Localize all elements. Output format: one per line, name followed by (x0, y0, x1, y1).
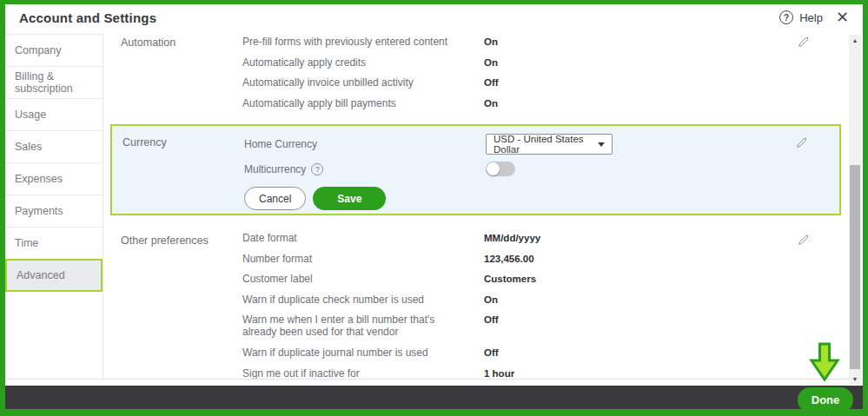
currency-section: Currency Home Currency USD - United Stat… (110, 124, 841, 215)
setting-row: Warn me when I enter a bill number that'… (103, 309, 848, 342)
setting-label: Warn if duplicate journal number is used (242, 347, 484, 359)
header-actions: ? Help ✕ (779, 10, 849, 25)
settings-sidebar: Company Billing & subscription Usage Sal… (5, 34, 103, 379)
setting-value: Off (484, 347, 499, 359)
setting-label: Warn if duplicate check number is used (242, 294, 484, 306)
sidebar-item-payments[interactable]: Payments (5, 195, 103, 228)
setting-row: Date format MM/dd/yyyy (103, 228, 848, 248)
page-title: Account and Settings (19, 10, 156, 25)
setting-label: Automatically invoice unbilled activity (242, 76, 484, 89)
cancel-button[interactable]: Cancel (244, 187, 306, 210)
multicurrency-label-group: Multicurrency ? (244, 163, 486, 175)
setting-value: Customers (484, 273, 536, 285)
settings-content: Automation Pre-fill forms with previousl… (103, 34, 848, 379)
edit-other-preferences-icon[interactable] (797, 234, 810, 250)
setting-value: MM/dd/yyyy (484, 232, 540, 244)
scrollbar-thumb[interactable] (850, 165, 860, 369)
sidebar-item-sales[interactable]: Sales (5, 131, 103, 163)
setting-row: Pre-fill forms with previously entered c… (103, 34, 848, 55)
multicurrency-help-icon[interactable]: ? (311, 163, 323, 175)
setting-value: On (484, 97, 498, 109)
sidebar-item-expenses[interactable]: Expenses (5, 163, 103, 195)
close-icon[interactable]: ✕ (836, 10, 849, 25)
edit-automation-icon[interactable] (797, 36, 810, 52)
setting-row: Number format 123,456.00 (103, 248, 848, 269)
setting-row: Warn if duplicate check number is used O… (103, 289, 848, 310)
highlight-arrow-icon (809, 342, 840, 386)
setting-label: Pre-fill forms with previously entered c… (242, 36, 484, 48)
footer-bar (5, 386, 863, 409)
setting-label: Date format (242, 232, 484, 244)
dialog-footer (5, 379, 863, 409)
done-button[interactable]: Done (798, 387, 853, 413)
setting-value: On (484, 294, 498, 306)
sidebar-item-time[interactable]: Time (5, 228, 103, 260)
sidebar-item-advanced[interactable]: Advanced (5, 259, 103, 292)
setting-value: Off (484, 76, 499, 89)
setting-value: 1 hour (484, 367, 514, 380)
toggle-knob (487, 162, 500, 175)
sidebar-item-billing[interactable]: Billing & subscription (5, 67, 103, 99)
setting-label: Warn me when I enter a bill number that'… (242, 314, 467, 338)
setting-row: Automatically invoice unbilled activity … (103, 75, 848, 96)
setting-label: Automatically apply credits (242, 56, 484, 69)
setting-label: Automatically apply bill payments (242, 97, 484, 109)
multicurrency-toggle[interactable] (486, 162, 515, 176)
dialog-header: Account and Settings ? Help ✕ (5, 4, 863, 34)
edit-currency-icon[interactable] (795, 136, 808, 153)
other-preferences-section-title: Other preferences (121, 234, 209, 247)
setting-value: Off (484, 314, 499, 326)
account-settings-dialog: Account and Settings ? Help ✕ Company Bi… (0, 0, 868, 416)
automation-section-title: Automation (121, 36, 176, 49)
home-currency-row: Home Currency USD - United States Dollar (112, 134, 839, 155)
sidebar-item-company[interactable]: Company (5, 35, 103, 67)
setting-value: On (484, 36, 498, 48)
chevron-down-icon (598, 142, 605, 147)
scroll-down-icon[interactable]: ▼ (849, 373, 861, 385)
multicurrency-row: Multicurrency ? (112, 162, 839, 176)
setting-value: On (484, 56, 498, 69)
home-currency-label: Home Currency (244, 138, 486, 150)
setting-row: Automatically apply credits On (103, 55, 848, 76)
setting-label: Sign me out if inactive for (242, 367, 484, 380)
setting-row: Automatically apply bill payments On (103, 96, 848, 116)
home-currency-select[interactable]: USD - United States Dollar (486, 134, 613, 155)
help-link[interactable]: Help (799, 11, 823, 24)
save-button[interactable]: Save (313, 187, 386, 210)
multicurrency-label: Multicurrency (244, 163, 306, 175)
setting-row: Customer label Customers (103, 268, 848, 289)
other-preferences-section: Other preferences Date format MM/dd/yyyy… (103, 228, 848, 383)
sidebar-item-usage[interactable]: Usage (5, 99, 103, 131)
currency-section-title: Currency (123, 136, 167, 149)
setting-row: Warn if duplicate journal number is used… (103, 342, 848, 363)
vertical-scrollbar[interactable]: ▲ ▼ (849, 35, 861, 385)
automation-section: Automation Pre-fill forms with previousl… (103, 34, 848, 116)
scroll-up-icon[interactable]: ▲ (849, 35, 861, 46)
setting-label: Number format (242, 253, 484, 265)
setting-label: Customer label (242, 273, 484, 285)
setting-value: 123,456.00 (484, 253, 534, 265)
currency-actions-row: Cancel Save (112, 187, 839, 210)
home-currency-selected-value: USD - United States Dollar (494, 134, 598, 155)
help-icon[interactable]: ? (779, 10, 793, 24)
